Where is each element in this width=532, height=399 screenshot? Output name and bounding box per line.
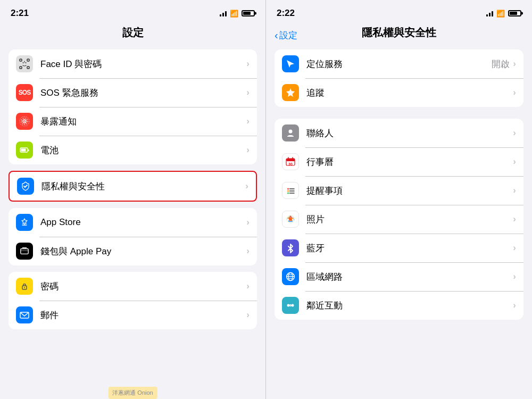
- tracking-icon: [282, 84, 299, 101]
- svg-point-40: [287, 304, 290, 307]
- sos-item[interactable]: SOS SOS 緊急服務 ›: [9, 78, 257, 107]
- exposure-item[interactable]: 暴露通知 ›: [9, 107, 257, 136]
- back-chevron: ‹: [275, 29, 278, 41]
- sos-label: SOS 緊急服務: [40, 87, 246, 99]
- wallet-label: 錢包與 Apple Pay: [40, 245, 246, 257]
- passwords-item[interactable]: 密碼 ›: [9, 272, 257, 301]
- photos-icon: [282, 211, 299, 228]
- svg-rect-14: [21, 249, 28, 254]
- battery-chevron: ›: [246, 145, 250, 155]
- localnet-chevron: ›: [513, 271, 516, 282]
- bluetooth-label: 藍牙: [306, 242, 513, 254]
- right-status-bar: 2:22 📶: [266, 0, 532, 23]
- faceid-item[interactable]: Face ID 與密碼 ›: [9, 49, 257, 78]
- right-status-icons: 📶: [486, 10, 521, 18]
- wifi-icon: 📶: [230, 10, 238, 18]
- faceid-label: Face ID 與密碼: [40, 58, 246, 70]
- location-item[interactable]: 定位服務 開啟 ›: [275, 49, 523, 78]
- right-battery-icon: [508, 10, 521, 16]
- reminders-icon: [282, 182, 299, 199]
- svg-point-4: [23, 62, 24, 63]
- nearby-item[interactable]: 鄰近互動 ›: [275, 291, 523, 320]
- bluetooth-item[interactable]: 藍牙 ›: [275, 234, 523, 262]
- left-status-bar: 2:21 📶: [0, 0, 265, 23]
- left-title: 設定: [122, 27, 144, 38]
- location-chevron: ›: [513, 59, 516, 69]
- calendar-icon: 30: [282, 153, 299, 170]
- right-group-2: 聯絡人 › 30 行事曆 ›: [275, 119, 523, 320]
- svg-rect-3: [27, 66, 29, 69]
- left-panel: 2:21 📶 設定: [0, 0, 266, 399]
- svg-rect-12: [28, 149, 29, 151]
- faceid-icon: [16, 55, 33, 72]
- battery-icon: [242, 10, 255, 16]
- tracking-item[interactable]: 追蹤 ›: [275, 78, 523, 107]
- svg-point-27: [287, 188, 289, 190]
- privacy-chevron: ›: [245, 181, 248, 192]
- contacts-item[interactable]: 聯絡人 ›: [275, 119, 523, 147]
- svg-rect-0: [20, 59, 22, 61]
- photos-chevron: ›: [513, 214, 516, 225]
- contacts-icon: [282, 124, 299, 142]
- passwords-chevron: ›: [246, 281, 250, 292]
- exposure-chevron: ›: [246, 116, 250, 127]
- reminders-label: 提醒事項: [306, 185, 513, 197]
- mail-label: 郵件: [40, 309, 246, 321]
- localnet-label: 區域網路: [306, 271, 513, 283]
- back-button[interactable]: ‹ 設定: [275, 29, 297, 41]
- privacy-label: 隱私權與安全性: [41, 180, 245, 193]
- passwords-label: 密碼: [40, 280, 246, 293]
- reminders-chevron: ›: [513, 185, 516, 196]
- svg-point-29: [287, 193, 289, 194]
- appstore-label: App Store: [40, 217, 246, 228]
- photos-item[interactable]: 照片 ›: [275, 205, 523, 234]
- localnet-icon: [282, 268, 299, 285]
- svg-rect-2: [20, 66, 22, 69]
- svg-point-20: [289, 130, 293, 134]
- svg-point-17: [24, 287, 25, 288]
- signal-icon: [220, 10, 227, 16]
- appstore-item[interactable]: App Store ›: [9, 208, 257, 237]
- privacy-item[interactable]: 隱私權與安全性 ›: [10, 172, 256, 201]
- left-nav-header: 設定: [0, 23, 265, 46]
- mail-item[interactable]: 郵件 ›: [9, 301, 257, 329]
- left-time: 2:21: [11, 8, 29, 19]
- localnet-item[interactable]: 區域網路 ›: [275, 262, 523, 291]
- wallet-item[interactable]: 錢包與 Apple Pay ›: [9, 237, 257, 265]
- svg-point-41: [292, 304, 294, 307]
- contacts-label: 聯絡人: [306, 127, 513, 139]
- svg-rect-1: [27, 59, 29, 61]
- mail-icon: [16, 306, 33, 323]
- photos-label: 照片: [306, 213, 513, 226]
- left-group-3: 密碼 › 郵件 ›: [9, 272, 257, 329]
- wallet-chevron: ›: [246, 246, 250, 256]
- svg-marker-19: [287, 60, 294, 68]
- nearby-label: 鄰近互動: [306, 300, 513, 312]
- privacy-highlighted-group: 隱私權與安全性 ›: [9, 171, 257, 202]
- calendar-item[interactable]: 30 行事曆 ›: [275, 147, 523, 176]
- sos-chevron: ›: [246, 87, 250, 98]
- left-group-2: App Store › 錢包與 Apple Pay ›: [9, 208, 257, 265]
- exposure-label: 暴露通知: [40, 115, 246, 128]
- passwords-icon: [16, 278, 33, 295]
- battery-label: 電池: [40, 144, 246, 156]
- right-title: 隱私權與安全性: [362, 27, 436, 38]
- right-wifi-icon: 📶: [496, 10, 505, 18]
- reminders-item[interactable]: 提醒事項 ›: [275, 176, 523, 205]
- battery-setting-icon: [16, 142, 33, 159]
- watermark: 洋蔥網通 Onion: [108, 387, 157, 399]
- contacts-chevron: ›: [513, 128, 516, 138]
- svg-point-5: [26, 62, 27, 63]
- calendar-chevron: ›: [513, 156, 516, 167]
- right-nav-header: ‹ 設定 隱私權與安全性: [266, 23, 532, 46]
- left-status-icons: 📶: [220, 10, 255, 18]
- right-panel: 2:22 📶 ‹ 設定 隱私權與安全性: [266, 0, 532, 399]
- privacy-icon: [17, 178, 34, 195]
- appstore-icon: [16, 214, 33, 231]
- location-icon: [282, 55, 299, 72]
- battery-item[interactable]: 電池 ›: [9, 136, 257, 164]
- back-label: 設定: [279, 29, 297, 41]
- nearby-chevron: ›: [513, 300, 516, 311]
- location-value: 開啟: [492, 58, 510, 70]
- right-signal-icon: [486, 10, 493, 16]
